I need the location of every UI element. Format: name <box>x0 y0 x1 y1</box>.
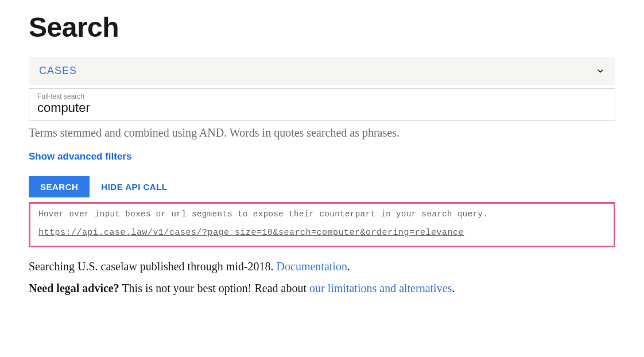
documentation-link[interactable]: Documentation <box>277 260 347 273</box>
info-line-1-prefix: Searching U.S. caselaw published through… <box>29 260 277 273</box>
cases-dropdown[interactable]: CASES <box>29 57 615 85</box>
button-row: SEARCH HIDE API CALL <box>29 176 615 197</box>
info-line-2-text: This is not your best option! Read about <box>119 282 309 294</box>
dropdown-selected-label: CASES <box>39 65 77 77</box>
search-input-wrapper: Full-text search <box>29 88 615 121</box>
search-button[interactable]: SEARCH <box>29 176 90 197</box>
need-legal-advice-label: Need legal advice? <box>29 282 119 294</box>
info-line-1: Searching U.S. caselaw published through… <box>29 258 615 275</box>
api-call-box: Hover over input boxes or url segments t… <box>29 202 615 247</box>
page-title: Search <box>29 11 615 43</box>
search-help-text: Terms stemmed and combined using AND. Wo… <box>29 126 615 139</box>
chevron-down-icon <box>596 67 605 76</box>
api-url-text[interactable]: https://api.case.law/v1/cases/?page_size… <box>38 228 606 238</box>
limitations-link[interactable]: our limitations and alternatives <box>309 282 452 294</box>
hide-api-call-link[interactable]: HIDE API CALL <box>101 182 167 192</box>
info-line-2: Need legal advice? This is not your best… <box>29 280 615 297</box>
api-hint-text: Hover over input boxes or url segments t… <box>38 209 606 219</box>
info-line-2-suffix: . <box>452 282 455 294</box>
search-input-label: Full-text search <box>37 92 607 100</box>
info-line-1-suffix: . <box>347 260 350 273</box>
search-input[interactable] <box>37 100 607 115</box>
show-advanced-filters-link[interactable]: Show advanced filters <box>29 151 132 162</box>
